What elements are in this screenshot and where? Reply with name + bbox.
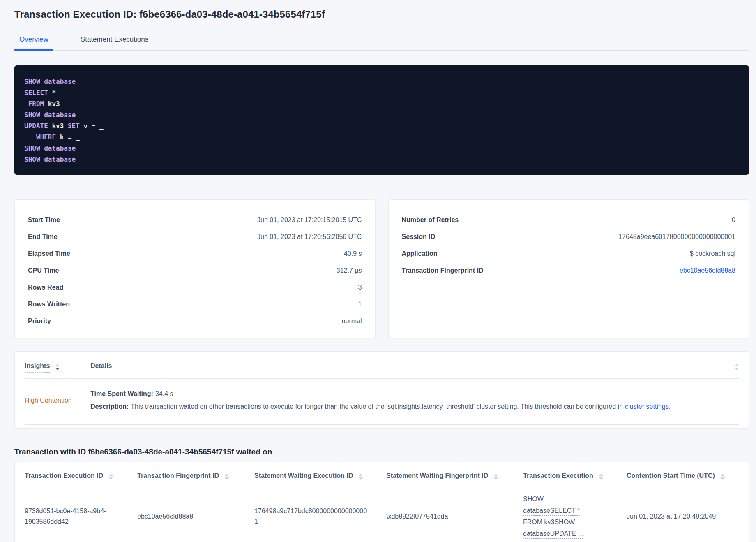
- waited-on-table-header: Transaction Execution ID Transaction Fin…: [25, 472, 739, 489]
- sql-line: UPDATE kv3 SET v = _: [24, 120, 739, 132]
- info-row-application: Application $ cockroach sql: [402, 245, 736, 262]
- insight-row-high-contention: High Contention Time Spent Waiting:34.4 …: [25, 379, 739, 425]
- cluster-settings-link[interactable]: cluster settings: [625, 403, 669, 410]
- timing-summary-card: Start Time Jun 01, 2023 at 17:20:15:2015…: [14, 199, 376, 338]
- insights-table-header: Insights Details: [25, 360, 739, 379]
- sort-icon[interactable]: [721, 474, 725, 480]
- sort-icon[interactable]: [494, 474, 498, 480]
- insight-description: Description:This transaction waited on o…: [90, 401, 671, 412]
- sort-icon[interactable]: [599, 474, 603, 480]
- column-header-transaction-execution[interactable]: Transaction Execution: [523, 472, 627, 482]
- waited-on-heading: Transaction with ID f6be6366-da03-48de-a…: [14, 447, 749, 456]
- info-row-end-time: End Time Jun 01, 2023 at 17:20:56:2056 U…: [28, 228, 362, 245]
- info-row-rows-written: Rows Written 1: [28, 296, 362, 313]
- info-row-elapsed-time: Elapsed Time 40.9 s: [28, 245, 362, 262]
- transaction-sql-statements: SHOW databaseSELECT * FROM kv3SHOW datab…: [14, 65, 749, 175]
- sort-desc-icon[interactable]: [55, 364, 60, 373]
- transaction-fingerprint-link[interactable]: ebc10ae56cfd88a8: [680, 267, 735, 274]
- tab-bar: Overview Statement Executions: [14, 31, 749, 51]
- sql-line: SHOW database: [24, 76, 739, 87]
- sort-icon[interactable]: [225, 474, 229, 480]
- sql-line: WHERE k = _: [24, 132, 739, 143]
- insights-table-card: Insights Details High Contention Time Sp…: [14, 351, 749, 429]
- cell-statement-waiting-fingerprint-id: \xdb8922f077541dda: [386, 511, 523, 522]
- info-row-rows-read: Rows Read 3: [28, 279, 362, 296]
- column-header-statement-waiting-execution-id[interactable]: Statement Waiting Execution ID: [254, 472, 386, 482]
- sort-icon[interactable]: [359, 474, 363, 480]
- cell-transaction-execution-id: 9738d051-bc0e-4158-a9b4-1903586ddd42: [25, 506, 137, 527]
- insight-details: Time Spent Waiting:34.4 s Description:Th…: [90, 389, 671, 412]
- details-column-header[interactable]: Details: [90, 362, 112, 370]
- cell-transaction-execution: SHOW databaseSELECT * FROM kv3SHOW datab…: [523, 493, 627, 540]
- column-header-transaction-execution-id[interactable]: Transaction Execution ID: [25, 472, 137, 482]
- sql-line: FROM kv3: [24, 98, 739, 109]
- tab-statement-executions[interactable]: Statement Executions: [76, 31, 153, 51]
- info-row-session-id: Session ID 17648a9eea6017800000000000000…: [402, 228, 736, 245]
- info-row-priority: Priority normal: [28, 313, 362, 329]
- summary-cards: Start Time Jun 01, 2023 at 17:20:15:2015…: [14, 199, 749, 338]
- page-title: Transaction Execution ID: f6be6366-da03-…: [14, 8, 749, 21]
- cell-statement-waiting-execution-id: 176498a9c717bdc80000000000000001: [254, 506, 386, 527]
- waited-on-table-card: Transaction Execution ID Transaction Fin…: [14, 462, 749, 542]
- info-row-number-of-retries: Number of Retries 0: [402, 211, 736, 228]
- sql-line: SHOW database: [24, 109, 739, 120]
- sql-line: SHOW database: [24, 154, 739, 165]
- info-row-transaction-fingerprint-id: Transaction Fingerprint ID ebc10ae56cfd8…: [402, 262, 736, 279]
- info-row-cpu-time: CPU Time 312.7 µs: [28, 262, 362, 279]
- info-row-start-time: Start Time Jun 01, 2023 at 17:20:15:2015…: [28, 211, 362, 228]
- session-summary-card: Number of Retries 0 Session ID 17648a9ee…: [388, 199, 749, 338]
- sql-line: SHOW database: [24, 143, 739, 154]
- sort-icon[interactable]: [735, 364, 739, 370]
- sort-icon[interactable]: [109, 474, 113, 480]
- cell-contention-start-time: Jun 01, 2023 at 17:20:49:2049: [627, 511, 739, 522]
- table-row: 9738d051-bc0e-4158-a9b4-1903586ddd42 ebc…: [25, 489, 739, 542]
- transaction-details-page: Transaction Execution ID: f6be6366-da03-…: [0, 0, 756, 542]
- column-header-contention-start-time[interactable]: Contention Start Time (UTC): [627, 472, 739, 482]
- column-header-statement-waiting-fingerprint-id[interactable]: Statement Waiting Fingerprint ID: [386, 472, 523, 482]
- cell-transaction-fingerprint-id: ebc10ae56cfd88a8: [137, 511, 254, 522]
- tab-overview[interactable]: Overview: [14, 31, 53, 51]
- sql-line: SELECT *: [24, 87, 739, 98]
- column-header-transaction-fingerprint-id[interactable]: Transaction Fingerprint ID: [137, 472, 254, 482]
- time-spent-waiting: Time Spent Waiting:34.4 s: [90, 389, 671, 399]
- transaction-execution-statement-link[interactable]: SHOW databaseSELECT * FROM kv3SHOW datab…: [523, 493, 594, 540]
- insights-column-header[interactable]: Insights: [25, 362, 73, 373]
- insight-badge: High Contention: [25, 397, 90, 404]
